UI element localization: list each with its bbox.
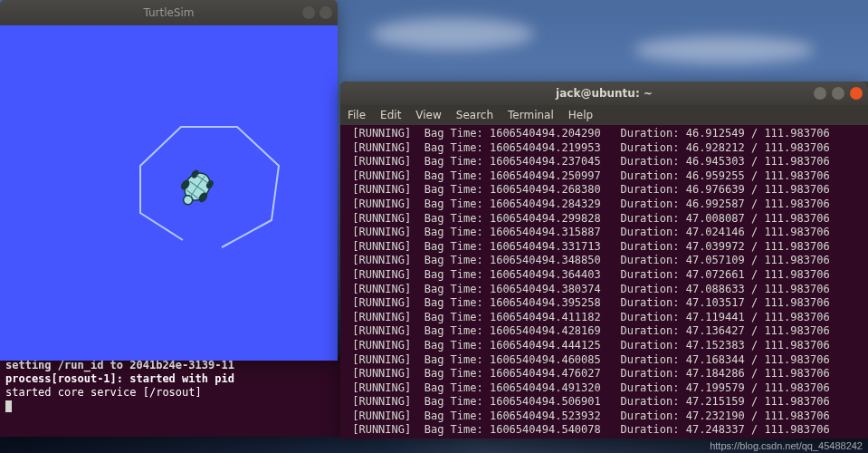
log-line: process[rosout-1]: started with pid — [5, 372, 336, 386]
close-button[interactable] — [320, 6, 332, 19]
terminal-window[interactable]: jack@ubuntu: ~ File Edit View Search Ter… — [340, 82, 868, 439]
log-line: setting /run_id to 2041b24e-3139-11 — [5, 359, 336, 372]
menu-view[interactable]: View — [415, 109, 441, 121]
watermark: https://blog.csdn.net/qq_45488242 — [710, 440, 863, 451]
turtlesim-window[interactable]: TurtleSim — [0, 0, 338, 361]
wallpaper-cloud — [371, 18, 534, 50]
minimize-button[interactable] — [814, 87, 826, 100]
window-title: jack@ubuntu: ~ — [556, 87, 653, 100]
maximize-button[interactable] — [832, 87, 844, 100]
terminal-menubar: File Edit View Search Terminal Help — [340, 105, 868, 125]
background-terminal-roslaunch[interactable]: setting /run_id to 2041b24e-3139-11 proc… — [0, 355, 341, 437]
terminal-output[interactable]: [RUNNING] Bag Time: 1606540494.204290 Du… — [340, 125, 868, 439]
minimize-button[interactable] — [302, 6, 315, 19]
wallpaper-cloud — [634, 36, 815, 63]
menu-file[interactable]: File — [348, 109, 366, 121]
menu-search[interactable]: Search — [456, 109, 493, 121]
log-line: started core service [/rosout] — [5, 386, 336, 400]
menu-edit[interactable]: Edit — [380, 109, 401, 121]
terminal-cursor — [5, 400, 12, 412]
menu-terminal[interactable]: Terminal — [508, 109, 554, 121]
terminal-titlebar[interactable]: jack@ubuntu: ~ — [340, 82, 868, 105]
window-title: TurtleSim — [143, 6, 194, 19]
turtlesim-canvas — [0, 25, 338, 361]
close-button[interactable] — [850, 87, 863, 100]
turtlesim-titlebar[interactable]: TurtleSim — [0, 0, 338, 25]
turtle-icon — [174, 167, 218, 212]
menu-help[interactable]: Help — [568, 109, 593, 121]
